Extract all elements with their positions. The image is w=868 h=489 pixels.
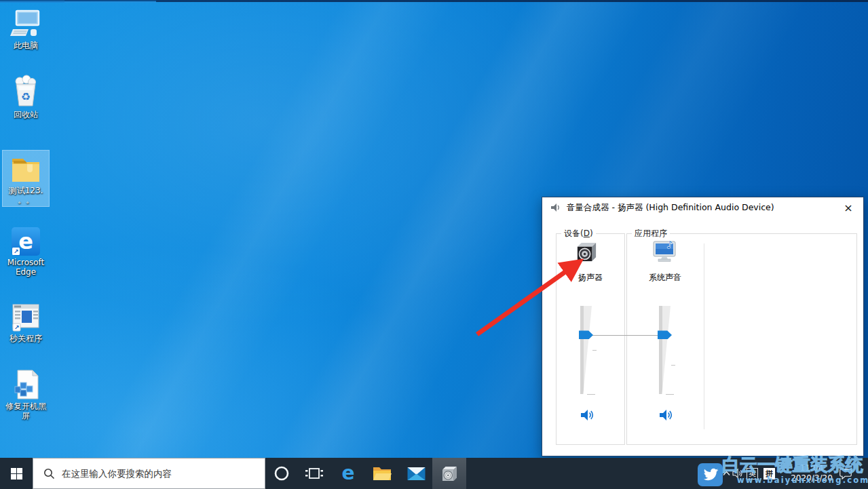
volume-mixer-window: 音量合成器 - 扬声器 (High Definition Audio Devic… xyxy=(542,197,864,456)
top-edge-segment xyxy=(0,0,64,3)
desktop-icon-microsoft-edge[interactable]: e ↗ Microsoft Edge xyxy=(3,227,49,277)
slider-tick xyxy=(671,365,675,366)
window-title: 音量合成器 - 扬声器 (High Definition Audio Devic… xyxy=(567,202,774,214)
task-view-icon xyxy=(305,466,323,481)
speaker-app-icon xyxy=(440,465,459,483)
this-pc-icon xyxy=(3,8,49,39)
recycle-bin-icon: ♻ xyxy=(3,75,49,109)
search-input[interactable] xyxy=(62,468,265,479)
ime-english-indicator[interactable]: 英 xyxy=(746,458,759,489)
clock-time: 11:04 xyxy=(800,463,824,473)
desktop-icon-label: 此电脑 xyxy=(3,41,49,50)
speaker-icon xyxy=(732,468,744,479)
top-edge-line xyxy=(156,0,868,2)
registry-file-icon xyxy=(3,369,49,400)
desktop-icon-recycle-bin[interactable]: ♻ 回收站 xyxy=(3,75,49,119)
desktop-icon-this-pc[interactable]: 此电脑 xyxy=(3,8,49,50)
desktop-icon-label: 修复开机黑屏 xyxy=(3,402,49,420)
desktop-icon-label: 秒关程序 xyxy=(3,334,49,343)
folder-icon xyxy=(3,153,49,184)
action-center-icon xyxy=(839,467,852,480)
app-group-label: 应用程序 xyxy=(632,228,670,239)
cortana-icon xyxy=(273,465,290,482)
svg-text:↗: ↗ xyxy=(14,248,19,255)
slider-tick xyxy=(666,394,674,395)
edge-icon: e xyxy=(338,463,358,484)
mute-button-speakers[interactable] xyxy=(580,408,595,422)
mute-button-system-sounds[interactable] xyxy=(659,408,674,422)
slider-tick xyxy=(592,350,597,351)
desktop-icon-label-line2: 。。 xyxy=(3,195,49,205)
system-sounds-icon: ♪ xyxy=(652,239,678,266)
channel-name-system-sounds: 系统声音 xyxy=(626,272,704,283)
desktop-icon-label: Microsoft xyxy=(3,258,49,267)
svg-text:↗: ↗ xyxy=(14,324,20,331)
taskbar-search-box[interactable] xyxy=(33,458,265,489)
action-center-button[interactable] xyxy=(837,458,854,489)
device-group-label: 设备(D) xyxy=(561,228,596,239)
chevron-up-icon xyxy=(723,471,730,476)
ime-pinyin-indicator[interactable]: 拼 xyxy=(763,458,776,489)
top-edge-segment xyxy=(64,0,156,3)
speaker-device-icon xyxy=(575,240,599,266)
start-button[interactable] xyxy=(0,458,33,489)
slider-tick xyxy=(587,394,595,395)
edge-icon: e ↗ xyxy=(3,227,49,256)
mixer-titlebar[interactable]: 音量合成器 - 扬声器 (High Definition Audio Devic… xyxy=(542,197,863,218)
speaker-title-icon xyxy=(550,202,561,213)
desktop-icon-label: 测试123. xyxy=(3,186,49,195)
desktop-icon-folder-test123[interactable]: 测试123. 。。 xyxy=(3,151,49,206)
search-icon xyxy=(43,468,55,480)
desktop-icon-miao-guan-app[interactable]: ↗ 秒关程序 xyxy=(3,302,49,343)
column-separator xyxy=(704,243,704,429)
file-explorer-icon xyxy=(373,465,392,482)
svg-text:♻: ♻ xyxy=(21,90,31,103)
desktop-icon-label: 回收站 xyxy=(3,110,49,119)
taskbar-file-explorer-button[interactable] xyxy=(366,458,398,489)
desktop-icon-label-line2: Edge xyxy=(3,267,49,277)
taskbar-edge-button[interactable]: e xyxy=(332,458,364,489)
svg-text:e: e xyxy=(342,463,355,484)
show-hidden-icons-chevron[interactable] xyxy=(721,458,731,489)
desktop-icon-fix-black-screen[interactable]: 修复开机黑屏 xyxy=(3,369,49,420)
taskbar-mail-button[interactable] xyxy=(400,458,432,489)
app-window-icon: ↗ xyxy=(3,302,49,332)
taskbar-clock[interactable]: 11:04 2020/3/20 xyxy=(786,458,837,489)
channel-name-speakers: 扬声器 xyxy=(556,272,625,283)
windows-logo-icon xyxy=(11,468,22,480)
svg-text:e: e xyxy=(18,229,33,254)
close-icon[interactable]: × xyxy=(833,197,863,218)
svg-text:♪: ♪ xyxy=(666,239,673,251)
taskbar-volume-mixer-button-active[interactable] xyxy=(432,458,466,489)
taskbar: e xyxy=(0,458,868,489)
task-view-button[interactable] xyxy=(298,458,331,489)
cortana-button[interactable] xyxy=(265,458,298,489)
clock-date: 2020/3/20 xyxy=(791,473,833,484)
tray-volume-icon[interactable] xyxy=(732,458,745,489)
mail-icon xyxy=(407,466,426,482)
